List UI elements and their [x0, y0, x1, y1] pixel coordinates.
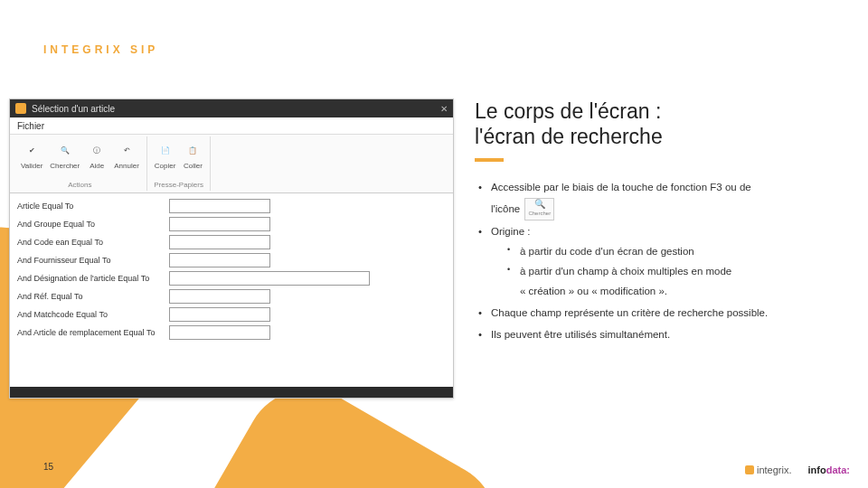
cancel-icon: ↶	[117, 140, 137, 160]
sub-bullet: à partir du code d'un écran de gestion	[505, 242, 854, 262]
bullet: Chaque champ représente un critère de re…	[475, 304, 854, 324]
footer-logos: integrix. infodata:	[745, 465, 850, 475]
field-label: And Réf. Equal To	[17, 292, 162, 301]
copy-icon: 📄	[156, 140, 175, 160]
field-label: And Matchcode Equal To	[17, 310, 162, 319]
close-icon[interactable]: ✕	[440, 104, 448, 114]
bullet: Accessible par le biais de la touche de …	[475, 178, 854, 221]
title-line2: l'écran de recherche	[475, 125, 663, 148]
ribbon-copier[interactable]: 📄 Copier	[153, 138, 178, 172]
ribbon-group-actions: Actions	[19, 181, 141, 189]
slide-title: Le corps de l'écran : l'écran de recherc…	[475, 99, 854, 149]
info-icon: ⓘ	[87, 140, 107, 160]
search-form: Article Equal To And Groupe Equal To And…	[10, 193, 453, 387]
slide-body: Accessible par le biais de la touche de …	[475, 178, 854, 344]
field-label: And Code ean Equal To	[17, 238, 162, 247]
field-input[interactable]	[169, 289, 270, 304]
field-label: And Désignation de l'article Equal To	[17, 274, 162, 283]
logo-integrix-icon	[745, 465, 754, 474]
field-input[interactable]	[169, 307, 270, 322]
window-statusbar	[10, 387, 453, 398]
brand-label: INTEGRIX SIP	[43, 43, 158, 56]
bullet: Origine : à partir du code d'un écran de…	[475, 222, 854, 301]
app-screenshot: Sélection d'un article ✕ Fichier ✔ Valid…	[9, 99, 454, 399]
ribbon-coller[interactable]: 📋 Coller	[181, 138, 204, 172]
app-icon	[15, 103, 26, 114]
field-label: And Groupe Equal To	[17, 220, 162, 229]
menu-bar: Fichier	[10, 117, 453, 135]
ribbon: ✔ Valider 🔍 Chercher ⓘ Aide ↶ Annuler	[10, 135, 453, 193]
search-icon: 🔍	[534, 200, 545, 209]
search-icon: 🔍	[55, 140, 75, 160]
field-input[interactable]	[169, 271, 370, 286]
field-input[interactable]	[169, 235, 270, 249]
logo-infodata: infodata:	[808, 465, 850, 475]
check-icon: ✔	[22, 140, 42, 160]
logo-integrix: integrix.	[745, 465, 792, 475]
field-input[interactable]	[169, 253, 270, 267]
title-line1: Le corps de l'écran :	[475, 99, 661, 123]
ribbon-valider[interactable]: ✔ Valider	[19, 138, 44, 172]
window-titlebar: Sélection d'un article ✕	[10, 99, 453, 117]
page-number: 15	[43, 462, 53, 472]
field-input[interactable]	[169, 217, 270, 231]
menu-file[interactable]: Fichier	[17, 121, 44, 131]
ribbon-aide[interactable]: ⓘ Aide	[85, 138, 108, 172]
title-underline	[475, 158, 504, 162]
slide-content: Le corps de l'écran : l'écran de recherc…	[475, 99, 854, 346]
ribbon-annuler[interactable]: ↶ Annuler	[112, 138, 141, 172]
ribbon-chercher[interactable]: 🔍 Chercher	[48, 138, 81, 172]
field-label: And Fournisseur Equal To	[17, 256, 162, 265]
sub-bullet: à partir d'un champ à choix multiples en…	[505, 262, 854, 302]
field-label: And Article de remplacement Equal To	[17, 328, 162, 337]
paste-icon: 📋	[183, 140, 203, 160]
inline-search-button: 🔍 Chercher	[524, 198, 554, 221]
field-input[interactable]	[169, 325, 270, 340]
window-title: Sélection d'un article	[32, 104, 115, 114]
field-label: Article Equal To	[17, 202, 162, 211]
bullet: Ils peuvent être utilisés simultanément.	[475, 325, 854, 345]
ribbon-group-clipboard: Presse-Papiers	[153, 181, 205, 189]
field-input[interactable]	[169, 199, 270, 213]
